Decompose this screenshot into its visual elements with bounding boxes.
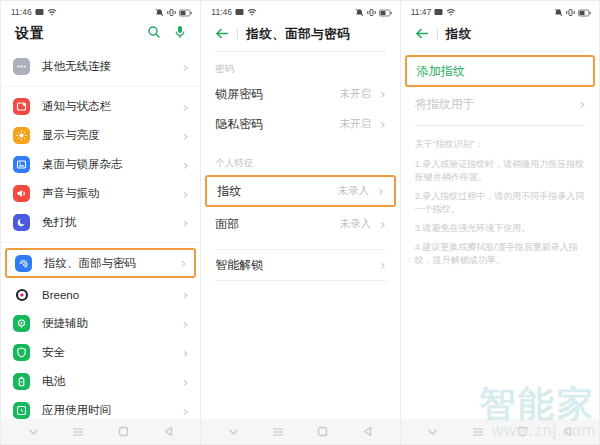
chevron-right-icon: › [376, 87, 386, 101]
sun-icon [13, 127, 30, 144]
row-add-fingerprint[interactable]: 添加指纹 [407, 57, 593, 85]
sidebar-item-do-not-disturb[interactable]: 免打扰 › [1, 208, 200, 237]
row-value: 未录入 [340, 217, 372, 231]
menu-icon[interactable] [268, 427, 288, 437]
chevron-right-icon: › [177, 256, 187, 270]
back-icon[interactable] [557, 426, 577, 437]
microphone-icon[interactable] [174, 25, 186, 43]
notification-icon [13, 98, 30, 115]
search-icon[interactable] [147, 25, 161, 43]
mute-icon [355, 8, 364, 17]
hide-navbar-icon[interactable] [224, 428, 244, 436]
row-label: 面部 [215, 216, 339, 233]
row-privacy-password[interactable]: 隐私密码 未开启 › [201, 109, 399, 139]
item-label: 便捷辅助 [42, 316, 179, 331]
status-bar: 11:46 [1, 1, 200, 18]
hide-navbar-icon[interactable] [423, 428, 443, 436]
row-value: 未录入 [338, 184, 370, 198]
row-smart-unlock[interactable]: 智能解锁 › [201, 250, 399, 280]
section-label-password: 密码 [201, 52, 399, 79]
back-arrow-icon[interactable] [415, 25, 429, 43]
sidebar-item-fingerprint-face-password[interactable]: 指纹、面部与密码 › [7, 250, 194, 276]
sub-page-header: 指纹、面部与密码 [201, 18, 399, 51]
tutorial-composite: 11:46 设置 其他无线连接 › [0, 0, 600, 445]
add-fingerprint-button[interactable]: 添加指纹 [417, 63, 583, 80]
wifi-icon [47, 8, 57, 16]
panel-fingerprint-face-password: 11:46 指纹、面部与密码 密码 锁屏密码 未开启 › 隐私密码 未开启 [200, 1, 399, 444]
item-label: 指纹、面部与密码 [44, 256, 177, 271]
shield-icon [13, 344, 30, 361]
about-line: 4.建议更换或擦拭脏/湿手指后重新录入指纹，提升解锁成功率。 [415, 241, 585, 267]
menu-icon[interactable] [468, 427, 488, 437]
screenshot-icon [434, 8, 443, 16]
chevron-right-icon: › [179, 317, 189, 331]
item-label: 声音与振动 [42, 186, 179, 201]
item-label: 电池 [42, 374, 179, 389]
home-icon[interactable] [313, 426, 333, 437]
battery-icon [13, 373, 30, 390]
home-icon[interactable] [113, 426, 133, 437]
highlight-box-add-fingerprint: 添加指纹 [405, 55, 595, 87]
item-label: 应用使用时间 [42, 403, 179, 418]
chevron-right-icon: › [179, 60, 189, 74]
android-nav-bar [201, 419, 399, 444]
back-icon[interactable] [357, 426, 377, 437]
chevron-right-icon: › [179, 375, 189, 389]
chevron-right-icon: › [575, 97, 585, 111]
fingerprint-icon [15, 255, 32, 272]
row-label: 指纹 [217, 183, 337, 200]
vibrate-icon [167, 8, 176, 17]
row-use-fingerprint-for[interactable]: 将指纹用于 › [401, 89, 599, 119]
header-divider [437, 29, 438, 40]
row-lockscreen-password[interactable]: 锁屏密码 未开启 › [201, 79, 399, 109]
battery-status-icon [179, 9, 192, 17]
chevron-right-icon: › [374, 184, 384, 198]
chevron-right-icon: › [376, 117, 386, 131]
row-value: 未开启 [340, 117, 372, 131]
highlight-box-fingerprint-entry: 指纹、面部与密码 › [5, 248, 196, 278]
back-icon[interactable] [158, 426, 178, 437]
home-icon[interactable] [512, 426, 532, 437]
screenshot-icon [235, 8, 244, 16]
divider [215, 280, 385, 281]
page-title: 设置 [15, 25, 45, 43]
back-arrow-icon[interactable] [215, 25, 229, 43]
sidebar-item-sound[interactable]: 声音与振动 › [1, 179, 200, 208]
sidebar-item-breeno[interactable]: Breeno › [1, 280, 200, 309]
breeno-icon [13, 286, 30, 303]
row-label: 锁屏密码 [215, 86, 339, 103]
sidebar-item-other-wireless[interactable]: 其他无线连接 › [1, 52, 200, 81]
group-divider [1, 86, 200, 87]
menu-icon[interactable] [68, 427, 88, 437]
page-title: 指纹、面部与密码 [246, 26, 350, 43]
screenshot-icon [35, 8, 44, 16]
panel-fingerprint: 11:47 指纹 添加指纹 将指纹用于 › [400, 1, 599, 444]
sidebar-item-display[interactable]: 显示与亮度 › [1, 121, 200, 150]
item-label: 桌面与锁屏杂志 [42, 157, 179, 172]
settings-header: 设置 [1, 18, 200, 52]
hide-navbar-icon[interactable] [23, 428, 43, 436]
item-label: 其他无线连接 [42, 59, 179, 74]
status-bar: 11:47 [401, 1, 599, 18]
chevron-right-icon: › [179, 100, 189, 114]
item-label: 显示与亮度 [42, 128, 179, 143]
row-label: 将指纹用于 [415, 96, 576, 113]
wifi-icon [247, 8, 257, 16]
android-nav-bar [401, 419, 599, 444]
chevron-right-icon: › [179, 404, 189, 418]
status-bar: 11:46 [201, 1, 399, 18]
sidebar-item-security[interactable]: 安全 › [1, 338, 200, 367]
sidebar-item-wallpaper-magazine[interactable]: 桌面与锁屏杂志 › [1, 150, 200, 179]
sidebar-item-notifications[interactable]: 通知与状态栏 › [1, 92, 200, 121]
battery-status-icon [379, 9, 392, 17]
page-title: 指纹 [446, 26, 472, 43]
sidebar-item-convenience-aid[interactable]: 便捷辅助 › [1, 309, 200, 338]
about-title: 关于“指纹识别”： [415, 138, 585, 151]
chevron-right-icon: › [376, 258, 386, 272]
row-face[interactable]: 面部 未录入 › [201, 209, 399, 239]
chevron-right-icon: › [179, 158, 189, 172]
sidebar-item-battery[interactable]: 电池 › [1, 367, 200, 396]
row-fingerprint[interactable]: 指纹 未录入 › [207, 177, 393, 205]
row-label: 智能解锁 [215, 257, 376, 274]
chevron-right-icon: › [179, 216, 189, 230]
